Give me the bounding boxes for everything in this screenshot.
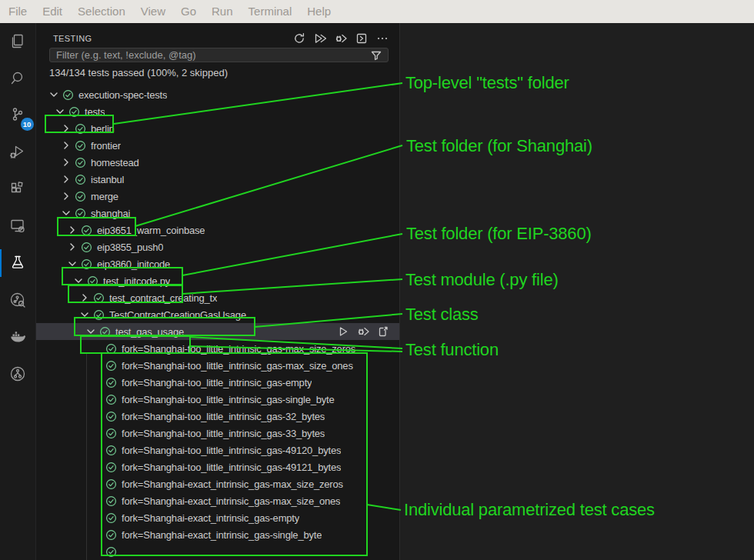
chevron-down-icon[interactable] (66, 258, 78, 270)
test-pass-icon (105, 495, 117, 507)
test-item-fork-shanghai-too-little-intrinsic-gas-empty[interactable]: fork=Shanghai-too_little_intrinsic_gas-e… (36, 374, 399, 391)
test-item-fork-shanghai-too-little-intrinsic-gas-49120-bytes[interactable]: fork=Shanghai-too_little_intrinsic_gas-4… (36, 442, 399, 458)
panel-toolbar (293, 32, 389, 45)
panel-title: TESTING (53, 34, 92, 43)
test-results-summary: 134/134 tests passed (100%, 2 skipped) (49, 67, 389, 79)
test-item-test-initcode-py[interactable]: test_initcode.py (36, 272, 399, 289)
test-item-eip3860-initcode[interactable]: eip3860_initcode (36, 255, 399, 272)
test-item-label: fork=Shanghai-exact_intrinsic_gas-empty (122, 512, 299, 524)
activity-code-graph-search-icon[interactable] (0, 282, 36, 318)
menu-item-terminal[interactable]: Terminal (241, 0, 300, 23)
more-actions-icon[interactable] (376, 32, 389, 45)
debug-test-icon[interactable] (357, 325, 369, 338)
debug-all-icon[interactable] (335, 32, 347, 45)
activity-remote-explorer-icon[interactable] (0, 208, 36, 245)
filter-icon[interactable] (370, 49, 382, 62)
activity-git-graph-icon[interactable] (0, 355, 36, 392)
test-item-fork-shanghai-exact-intrinsic-gas-single-byte[interactable]: fork=Shanghai-exact_intrinsic_gas-single… (36, 526, 399, 543)
activity-run-and-debug-icon[interactable] (0, 134, 36, 171)
test-filter-box[interactable] (49, 48, 389, 62)
activity-source-control-icon[interactable]: 10 (0, 97, 36, 134)
open-test-view-icon[interactable] (355, 32, 368, 45)
test-item-label: fork=Shanghai-too_little_intrinsic_gas-4… (122, 445, 341, 456)
test-item-homestead[interactable]: homestead (36, 154, 399, 171)
test-item-label: frontier (91, 140, 121, 152)
menu-item-help[interactable]: Help (299, 0, 339, 23)
run-test-icon[interactable] (337, 325, 349, 338)
test-item-label: fork=Shanghai-too_little_intrinsic_gas-3… (122, 411, 325, 422)
test-item-merge[interactable]: merge (36, 188, 399, 205)
test-item-partial[interactable] (36, 543, 399, 560)
test-item-fork-shanghai-too-little-intrinsic-gas-49121-bytes[interactable]: fork=Shanghai-too_little_intrinsic_gas-4… (36, 458, 399, 475)
test-pass-icon (99, 326, 111, 338)
chevron-down-icon[interactable] (60, 207, 72, 219)
chevron-right-icon[interactable] (60, 190, 72, 202)
twistie-spacer (91, 478, 103, 490)
test-pass-icon (81, 242, 92, 253)
test-item-fork-shanghai-too-little-intrinsic-gas-max-size-ones[interactable]: fork=Shanghai-too_little_intrinsic_gas-m… (36, 357, 399, 374)
test-item-fork-shanghai-exact-intrinsic-gas-max-size-zeros[interactable]: fork=Shanghai-exact_intrinsic_gas-max_si… (36, 475, 399, 492)
chevron-right-icon[interactable] (66, 224, 78, 236)
test-item-shanghai[interactable]: shanghai (36, 205, 399, 222)
chevron-right-icon[interactable] (78, 292, 91, 304)
chevron-right-icon[interactable] (60, 139, 72, 152)
menu-item-selection[interactable]: Selection (70, 0, 133, 23)
activity-extensions-icon[interactable] (0, 171, 36, 208)
chevron-down-icon[interactable] (85, 325, 97, 338)
test-item-fork-shanghai-too-little-intrinsic-gas-max-size-zeros[interactable]: fork=Shanghai-too_little_intrinsic_gas-m… (36, 340, 399, 357)
test-item-istanbul[interactable]: istanbul (36, 171, 399, 188)
twistie-spacer (91, 427, 103, 439)
chevron-down-icon[interactable] (54, 105, 66, 118)
test-item-label: merge (91, 191, 118, 202)
chevron-right-icon[interactable] (60, 173, 72, 185)
goto-test-icon[interactable] (377, 325, 389, 338)
menu-item-file[interactable]: File (1, 0, 35, 23)
test-item-label: fork=Shanghai-exact_intrinsic_gas-max_si… (122, 478, 343, 490)
test-item-label: test_gas_usage (115, 326, 184, 338)
menu-item-view[interactable]: View (133, 0, 173, 23)
test-item-label: fork=Shanghai-exact_intrinsic_gas-single… (122, 529, 322, 541)
test-pass-icon (93, 292, 105, 304)
run-all-icon[interactable] (314, 32, 326, 45)
test-item-berlin[interactable]: berlin (36, 120, 399, 137)
test-item-fork-shanghai-too-little-intrinsic-gas-33-bytes[interactable]: fork=Shanghai-too_little_intrinsic_gas-3… (36, 425, 399, 442)
test-pass-icon (105, 377, 117, 388)
menu-item-edit[interactable]: Edit (35, 0, 70, 23)
test-item-label: eip3651_warm_coinbase (97, 225, 205, 236)
test-item-eip3651-warm-coinbase[interactable]: eip3651_warm_coinbase (36, 222, 399, 238)
panel-header: TESTING (36, 23, 399, 48)
chevron-down-icon[interactable] (72, 275, 85, 287)
activity-explorer-icon[interactable] (0, 23, 36, 60)
test-item-tests[interactable]: tests (36, 103, 399, 120)
test-item-fork-shanghai-too-little-intrinsic-gas-32-bytes[interactable]: fork=Shanghai-too_little_intrinsic_gas-3… (36, 408, 399, 425)
workbench: 10 TESTING 134/134 tests passed (100%, 2… (0, 23, 754, 560)
menu-bar: FileEditSelectionViewGoRunTerminalHelp (0, 0, 754, 23)
test-item-fork-shanghai-too-little-intrinsic-gas-single-byte[interactable]: fork=Shanghai-too_little_intrinsic_gas-s… (36, 391, 399, 408)
activity-testing-flask-icon[interactable] (0, 245, 36, 282)
test-pass-icon (105, 445, 117, 456)
test-item-test-contract-creating-tx[interactable]: test_contract_creating_tx (36, 289, 399, 306)
test-item-frontier[interactable]: frontier (36, 137, 399, 154)
chevron-right-icon[interactable] (60, 156, 72, 168)
activity-docker-whale-icon[interactable] (0, 318, 36, 355)
chevron-right-icon[interactable] (60, 122, 72, 135)
twistie-spacer (91, 376, 103, 388)
test-item-testcontractcreationgasusage[interactable]: TestContractCreationGasUsage (36, 306, 399, 323)
chevron-down-icon[interactable] (48, 88, 60, 101)
test-pass-icon (81, 258, 92, 270)
vscode-window: { "menubar": { "items": ["File", "Edit",… (0, 0, 754, 560)
menu-item-go[interactable]: Go (173, 0, 204, 23)
test-item-eip3855-push0[interactable]: eip3855_push0 (36, 238, 399, 255)
chevron-down-icon[interactable] (78, 308, 91, 321)
refresh-icon[interactable] (293, 32, 305, 45)
test-filter-input[interactable] (56, 49, 370, 61)
inline-test-actions (337, 325, 399, 338)
test-item-execution-spec-tests[interactable]: execution-spec-tests (36, 86, 399, 103)
menu-item-run[interactable]: Run (204, 0, 241, 23)
twistie-spacer (91, 528, 103, 541)
test-item-fork-shanghai-exact-intrinsic-gas-empty[interactable]: fork=Shanghai-exact_intrinsic_gas-empty (36, 509, 399, 526)
activity-search-icon[interactable] (0, 60, 36, 97)
test-item-test-gas-usage[interactable]: test_gas_usage (36, 323, 399, 340)
test-item-fork-shanghai-exact-intrinsic-gas-max-size-ones[interactable]: fork=Shanghai-exact_intrinsic_gas-max_si… (36, 492, 399, 509)
chevron-right-icon[interactable] (66, 241, 78, 253)
